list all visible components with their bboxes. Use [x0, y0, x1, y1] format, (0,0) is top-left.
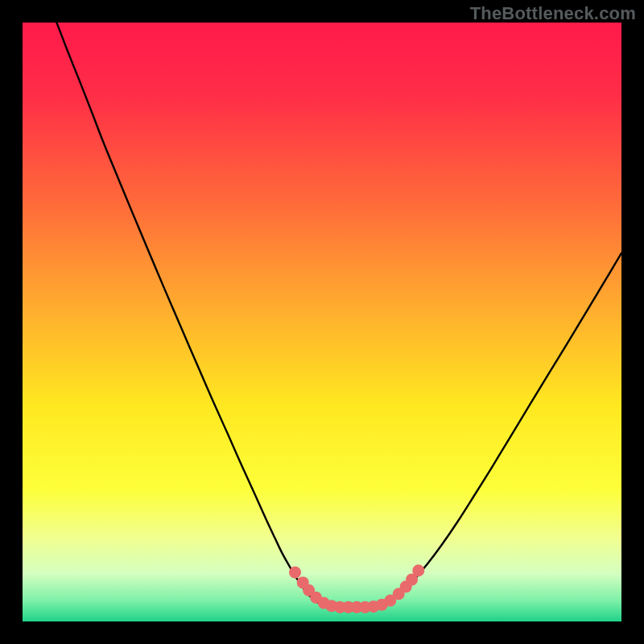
- bottleneck-curve-chart: [23, 23, 621, 621]
- heat-gradient-background: [23, 23, 621, 621]
- marker-dot: [289, 566, 301, 578]
- chart-frame: TheBottleneck.com: [0, 0, 644, 644]
- plot-area: [23, 23, 621, 621]
- marker-dot: [412, 564, 424, 576]
- watermark-text: TheBottleneck.com: [470, 3, 636, 24]
